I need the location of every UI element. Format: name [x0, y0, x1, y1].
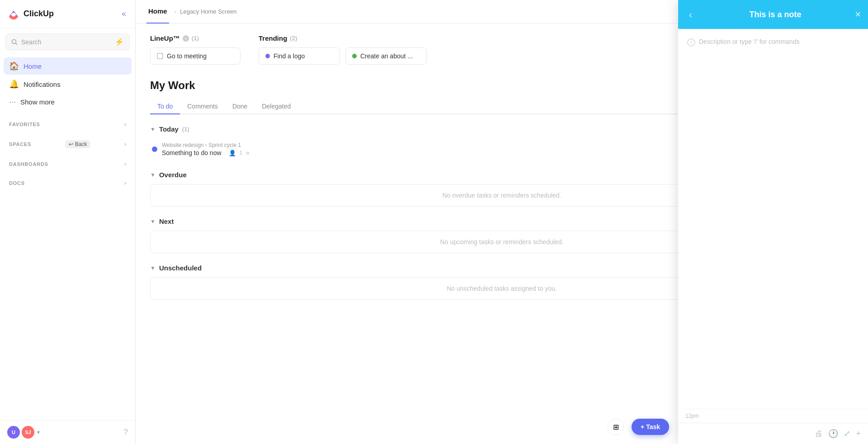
- note-title: This is a note: [701, 10, 849, 19]
- favorites-header[interactable]: FAVORITES ›: [7, 118, 128, 130]
- expand-icon[interactable]: ⤢: [844, 429, 850, 439]
- sidebar-item-home-label: Home: [24, 62, 42, 70]
- spaces-title: SPACES: [9, 142, 31, 147]
- home-icon: 🏠: [9, 61, 19, 71]
- dashboards-header[interactable]: DASHBOARDS ›: [7, 158, 128, 170]
- lineup-task-card[interactable]: Go to meeting: [150, 47, 241, 65]
- unscheduled-label: Unscheduled: [159, 264, 202, 272]
- apps-grid-button[interactable]: ⊞: [608, 419, 624, 435]
- trending-title-text: Trending: [259, 34, 287, 42]
- trending-count: (2): [290, 35, 297, 42]
- lineup-info-icon[interactable]: i: [183, 35, 189, 42]
- apps-icon: ⊞: [613, 423, 619, 431]
- task-status-dot: [152, 146, 157, 152]
- lineup-section: LineUp™ i (1) Go to meeting: [150, 34, 241, 65]
- next-chevron: ▼: [150, 218, 156, 225]
- next-label: Next: [159, 217, 174, 225]
- overdue-chevron: ▼: [150, 172, 156, 178]
- today-label: Today: [159, 125, 179, 133]
- overdue-label: Overdue: [159, 171, 187, 179]
- spaces-arrow: ›: [124, 141, 126, 147]
- add-task-button[interactable]: + Task: [632, 419, 669, 435]
- breadcrumb-legacy[interactable]: Legacy Home Screen: [180, 8, 236, 15]
- slash-command-icon: /: [687, 38, 695, 47]
- sidebar-header: ClickUp «: [0, 0, 135, 28]
- sidebar-item-notifications[interactable]: 🔔 Notifications: [4, 76, 132, 93]
- note-header: ‹ This is a note ×: [678, 0, 868, 29]
- avatar-sj[interactable]: SJ: [22, 426, 34, 439]
- clock-icon[interactable]: 🕐: [828, 429, 838, 439]
- spaces-back-label: Back: [75, 141, 87, 147]
- sidebar-section-favorites: FAVORITES ›: [0, 113, 135, 132]
- add-icon[interactable]: +: [856, 429, 861, 439]
- lightning-button[interactable]: ⚡: [115, 38, 124, 46]
- today-count: (1): [182, 126, 189, 132]
- spaces-back-badge[interactable]: ↩ Back: [65, 140, 91, 148]
- task-info: Website redesign › Sprint cycle 1 Someth…: [162, 142, 250, 156]
- add-task-label: + Task: [641, 423, 660, 430]
- nav-items: 🏠 Home 🔔 Notifications ··· Show more: [0, 56, 135, 113]
- trending-label-create-about: Create an about ...: [360, 52, 413, 60]
- tab-delegated[interactable]: Delegated: [255, 99, 298, 114]
- task-name: Something to do now: [162, 149, 222, 156]
- note-close-button[interactable]: ×: [855, 9, 861, 19]
- trending-dot-purple: [265, 54, 270, 58]
- task-meta: 👤 1 ≡: [229, 150, 250, 156]
- avatar-u[interactable]: U: [7, 426, 20, 439]
- time-label: 12pm: [685, 413, 699, 419]
- docs-arrow: ›: [124, 180, 126, 186]
- tab-comments[interactable]: Comments: [180, 99, 225, 114]
- note-placeholder-text: Description or type '/' for commands: [699, 38, 799, 45]
- docs-header[interactable]: DOCS ›: [7, 177, 128, 189]
- sidebar-section-dashboards: DASHBOARDS ›: [0, 153, 135, 172]
- favorites-title: FAVORITES: [9, 122, 40, 127]
- today-chevron: ▼: [150, 126, 156, 132]
- breadcrumb-separator: ‹: [175, 8, 177, 15]
- logo-area[interactable]: ClickUp: [7, 8, 54, 20]
- docs-title: DOCS: [9, 180, 25, 186]
- more-icon: ···: [9, 97, 16, 107]
- lineup-task-label: Go to meeting: [167, 52, 207, 60]
- sidebar-item-show-more[interactable]: ··· Show more: [4, 94, 132, 110]
- avatar-dropdown-arrow[interactable]: ▾: [37, 429, 40, 435]
- tab-done[interactable]: Done: [225, 99, 255, 114]
- note-body: / Description or type '/' for commands: [678, 29, 868, 409]
- sidebar-bottom: U SJ ▾ ?: [0, 420, 135, 444]
- unscheduled-chevron: ▼: [150, 265, 156, 271]
- time-label-area: 12pm: [678, 409, 868, 423]
- assignee-icon: 👤: [229, 150, 236, 156]
- tab-home[interactable]: Home: [146, 0, 169, 24]
- sidebar-section-docs: DOCS ›: [0, 172, 135, 191]
- trending-card-find-logo[interactable]: Find a logo: [259, 47, 340, 65]
- lineup-count: (1): [192, 35, 199, 42]
- note-prev-button[interactable]: ‹: [685, 8, 696, 22]
- tab-todo[interactable]: To do: [150, 99, 180, 114]
- clickup-logo-icon: [7, 8, 20, 20]
- sidebar-section-spaces: SPACES ↩ Back ›: [0, 132, 135, 153]
- spaces-header[interactable]: SPACES ↩ Back ›: [7, 137, 128, 151]
- collapse-sidebar-button[interactable]: «: [120, 7, 128, 20]
- avatar-group: U SJ ▾: [7, 426, 40, 439]
- assignee-count: 1: [240, 150, 243, 156]
- lineup-title: LineUp™ i (1): [150, 34, 241, 42]
- notifications-icon: 🔔: [9, 79, 19, 89]
- lineup-title-text: LineUp™: [150, 34, 180, 42]
- task-breadcrumb: Website redesign › Sprint cycle 1: [162, 142, 250, 148]
- note-footer: 🖨 🕐 ⤢ +: [678, 423, 868, 444]
- trending-card-create-about[interactable]: Create an about ...: [345, 47, 427, 65]
- task-status-icon: [157, 53, 163, 59]
- sidebar-item-home[interactable]: 🏠 Home: [4, 57, 132, 75]
- favorites-arrow: ›: [124, 121, 126, 128]
- note-editor[interactable]: / Description or type '/' for commands: [687, 38, 859, 47]
- trending-dot-green: [352, 54, 357, 58]
- search-bar[interactable]: Search ⚡: [5, 33, 130, 50]
- print-icon[interactable]: 🖨: [815, 429, 823, 439]
- subtask-icon: ≡: [246, 150, 250, 156]
- dashboards-title: DASHBOARDS: [9, 161, 48, 167]
- sidebar-item-show-more-label: Show more: [20, 98, 55, 106]
- help-button[interactable]: ?: [123, 428, 128, 437]
- back-arrow-icon: ↩: [69, 141, 73, 147]
- sidebar: ClickUp « Search ⚡ 🏠 Home 🔔 Notification…: [0, 0, 136, 444]
- dashboards-arrow: ›: [124, 161, 126, 167]
- note-panel: ‹ This is a note × / Description or type…: [678, 0, 868, 444]
